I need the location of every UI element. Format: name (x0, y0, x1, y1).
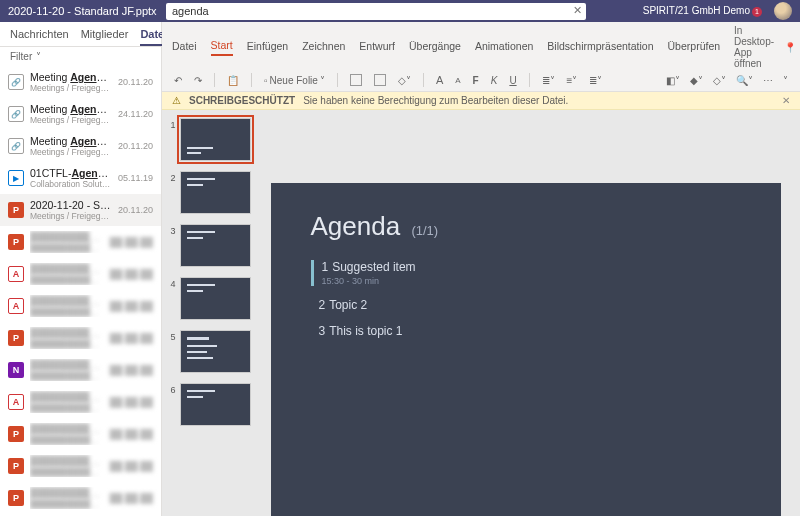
paste-button[interactable]: 📋 (225, 74, 241, 87)
ppt-icon: P (8, 490, 24, 506)
file-item-blurred[interactable]: P ████████████████████ ████████████████ … (0, 482, 161, 514)
font-size-down[interactable]: A (453, 75, 462, 86)
slide-title-count: (1/1) (411, 223, 438, 238)
agenda-item: 3This is topic 1 (311, 324, 741, 338)
file-item-blurred[interactable]: P ████████████████████ ████████████████ … (0, 418, 161, 450)
layout-button-2[interactable] (372, 73, 388, 87)
slide-thumb[interactable] (180, 383, 251, 426)
file-name: 2020-11-20 - Standard JF.pptx (30, 199, 112, 211)
underline-button[interactable]: U (507, 74, 518, 87)
rtab-uebergaenge[interactable]: Übergänge (409, 40, 461, 55)
protected-message: Sie haben keine Berechtigung zum Bearbei… (303, 95, 568, 106)
file-item-blurred[interactable]: P ████████████████████ ████████████████ … (0, 322, 161, 354)
rtab-einfuegen[interactable]: Einfügen (247, 40, 288, 55)
protected-label: SCHREIBGESCHÜTZT (189, 95, 295, 106)
tab-mitglieder[interactable]: Mitglieder (81, 28, 129, 46)
pdf-icon: A (8, 266, 24, 282)
protected-view-bar: ⚠ SCHREIBGESCHÜTZT Sie haben keine Berec… (162, 92, 800, 110)
slide-thumb[interactable] (180, 277, 251, 320)
arrange-button[interactable]: ◧˅ (664, 74, 682, 87)
slide-title: Agenda (311, 211, 401, 241)
ribbon-collapse-button[interactable]: ˅ (781, 74, 790, 87)
rtab-zeichnen[interactable]: Zeichnen (302, 40, 345, 55)
shape-fill-button[interactable]: ◆˅ (688, 74, 705, 87)
notification-badge: 1 (752, 7, 762, 17)
agenda-item: 2Topic 2 (311, 298, 741, 312)
url-icon: 🔗 (8, 138, 24, 154)
pdf-icon: A (8, 298, 24, 314)
agenda-item: 1Suggested item15:30 - 30 min (311, 260, 741, 286)
font-size-up[interactable]: A (434, 73, 445, 87)
slide-thumbnails[interactable]: 1 2 3 4 5 6 (162, 110, 257, 516)
align-button[interactable]: ≣˅ (587, 74, 604, 87)
italic-button[interactable]: K (489, 74, 500, 87)
user-avatar[interactable] (774, 2, 792, 20)
thumb-number: 5 (168, 330, 176, 342)
undo-button[interactable]: ↶ (172, 74, 184, 87)
file-date: 20.11.20 (118, 205, 153, 215)
thumb-number: 2 (168, 171, 176, 183)
shape-outline-button[interactable]: ◇˅ (711, 74, 728, 87)
ppt-icon: P (8, 330, 24, 346)
shapes-button[interactable]: ◇˅ (396, 74, 413, 87)
slide-thumb[interactable] (180, 330, 251, 373)
bullet-list-button[interactable]: ≣˅ (540, 74, 557, 87)
filter-toggle[interactable]: Filter ˅ (0, 47, 161, 66)
file-item-blurred[interactable]: P ████████████████████ ████████████████ … (0, 226, 161, 258)
mp4-icon: ▶ (8, 170, 24, 186)
numbered-list-button[interactable]: ≡˅ (565, 74, 580, 87)
rtab-bildschirm[interactable]: Bildschirmpräsentation (547, 40, 653, 55)
thumb-number: 1 (168, 118, 176, 130)
file-item[interactable]: P 2020-11-20 - Standard JF.pptx Meetings… (0, 194, 161, 226)
close-icon[interactable]: ✕ (782, 95, 790, 106)
slide-thumb[interactable] (180, 224, 251, 267)
thumb-number: 6 (168, 383, 176, 395)
file-item-blurred[interactable]: N ████████████████████ ████████████████ … (0, 354, 161, 386)
new-slide-button[interactable]: ▫ Neue Folie ˅ (262, 74, 327, 87)
file-item-blurred[interactable]: A ████████████████████ ████████████████ … (0, 290, 161, 322)
clear-search-icon[interactable]: ✕ (573, 4, 582, 17)
rtab-ueberpruefen[interactable]: Überprüfen (668, 40, 721, 55)
tab-nachrichten[interactable]: Nachrichten (10, 28, 69, 46)
title-bar: 2020-11-20 - Standard JF.pptx ✕ SPIRIT/2… (0, 0, 800, 22)
ppt-icon: P (8, 458, 24, 474)
file-item[interactable]: 🔗 Meeting Agenda.url Meetings / Freigege… (0, 98, 161, 130)
redo-button[interactable]: ↷ (192, 74, 204, 87)
rtab-entwurf[interactable]: Entwurf (359, 40, 395, 55)
thumb-number: 3 (168, 224, 176, 236)
bold-button[interactable]: F (471, 74, 481, 87)
file-location: Meetings / Freigegebene Dokumente (30, 83, 112, 93)
slide-thumb[interactable] (180, 118, 251, 161)
rtab-animationen[interactable]: Animationen (475, 40, 533, 55)
slide-thumb[interactable] (180, 171, 251, 214)
find-button[interactable]: 🔍˅ (734, 74, 755, 87)
pdf-icon: A (8, 394, 24, 410)
file-name: Meeting Agenda.url (30, 71, 112, 83)
file-item-blurred[interactable]: A ████████████████████ ████████████████ … (0, 386, 161, 418)
file-list[interactable]: 🔗 Meeting Agenda.url Meetings / Freigege… (0, 66, 161, 516)
file-item[interactable]: 🔗 Meeting Agenda.url Meetings / Freigege… (0, 130, 161, 162)
global-search-input[interactable] (166, 3, 586, 20)
file-title: 2020-11-20 - Standard JF.pptx (8, 5, 166, 17)
file-item[interactable]: ▶ 01CTFL-Agenda.mp4 Collaboration Soluti… (0, 162, 161, 194)
file-name: Meeting Agenda.url (30, 135, 112, 147)
more-button[interactable]: ⋯ (761, 74, 775, 87)
rtab-datei[interactable]: Datei (172, 40, 197, 55)
one-icon: N (8, 362, 24, 378)
file-date: 24.11.20 (118, 109, 153, 119)
file-item-blurred[interactable]: A ████████████████████ ████████████████ … (0, 258, 161, 290)
ppt-icon: P (8, 202, 24, 218)
file-item-blurred[interactable]: P ████████████████████ ████████████████ … (0, 450, 161, 482)
ppt-icon: P (8, 426, 24, 442)
open-desktop-button[interactable]: In Desktop-App öffnen (734, 25, 774, 69)
layout-button[interactable] (348, 73, 364, 87)
file-date: 20.11.20 (118, 141, 153, 151)
file-item[interactable]: 🔗 Meeting Agenda.url Meetings / Freigege… (0, 66, 161, 98)
file-location: Meetings / Freigegebene Dokumente (30, 115, 112, 125)
files-sidebar: Nachrichten Mitglieder Dateien Filter ˅ … (0, 22, 162, 516)
ribbon-commands: ↶ ↷ 📋 ▫ Neue Folie ˅ ◇˅ A A F K U ≣˅ ≡˅ (162, 69, 800, 92)
file-location: Meetings / Freigegebene Dokumente (30, 211, 112, 221)
url-icon: 🔗 (8, 74, 24, 90)
warning-icon: ⚠ (172, 95, 181, 106)
rtab-start[interactable]: Start (211, 39, 233, 56)
